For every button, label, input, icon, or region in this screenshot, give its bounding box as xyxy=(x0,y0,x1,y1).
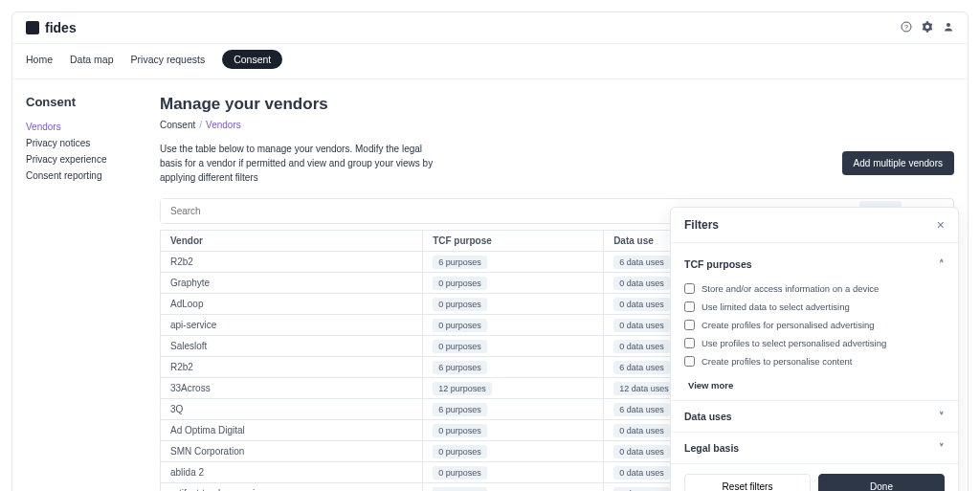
filter-checkbox[interactable] xyxy=(684,301,695,312)
user-icon[interactable] xyxy=(943,21,954,34)
breadcrumb: Consent/Vendors xyxy=(160,120,954,130)
filter-option-label: Store and/or access information on a dev… xyxy=(702,283,879,294)
chevron-down-icon: ˅ xyxy=(939,442,945,454)
cell-vendor: Salesloft xyxy=(161,336,423,357)
nav-home[interactable]: Home xyxy=(26,54,53,65)
brand-text: fides xyxy=(45,20,77,35)
cell-vendor: ablida 2 xyxy=(161,462,423,483)
tcf-heading-label: TCF purposes xyxy=(684,258,752,270)
cell-tcf: 0 purposes xyxy=(423,273,604,294)
legal-basis-label: Legal basis xyxy=(684,442,739,454)
crumb-leaf[interactable]: Vendors xyxy=(206,120,241,130)
filter-checkbox[interactable] xyxy=(684,283,695,294)
cell-tcf: 6 purposes xyxy=(423,357,604,378)
filters-section-data-uses: Data uses ˅ xyxy=(671,400,958,432)
cell-tcf: 0 purposes xyxy=(423,420,604,441)
gear-icon[interactable] xyxy=(922,21,933,34)
filter-option[interactable]: Use profiles to select personalised adve… xyxy=(684,334,945,352)
filters-panel: Filters × TCF purposes ˄ Store and/or ac… xyxy=(670,207,959,491)
data-uses-label: Data uses xyxy=(684,411,732,422)
navbar: Home Data map Privacy requests Consent xyxy=(12,44,968,79)
filter-option-label: Create profiles for personalised adverti… xyxy=(702,320,875,330)
sidebar-item-consent-reporting[interactable]: Consent reporting xyxy=(26,167,131,184)
cell-tcf: 0 purposes xyxy=(423,336,604,357)
cell-tcf: 0 purposes xyxy=(423,294,604,315)
topbar-actions: ? xyxy=(901,21,954,34)
cell-vendor: Ad Optima Digital xyxy=(161,420,423,441)
cell-tcf: 6 purposes xyxy=(423,252,604,273)
cell-vendor: Graphyte xyxy=(161,273,423,294)
legal-basis-toggle[interactable]: Legal basis ˅ xyxy=(684,442,945,454)
sidebar-item-vendors[interactable]: Vendors xyxy=(26,119,131,135)
col-tcf[interactable]: TCF purpose xyxy=(423,231,604,252)
sidebar: Consent Vendors Privacy notices Privacy … xyxy=(26,95,131,491)
filter-option-label: Use limited data to select advertising xyxy=(702,301,850,312)
filter-option[interactable]: Create profiles to personalise content xyxy=(684,352,945,370)
cell-vendor: artifact-tracker-service xyxy=(161,483,423,492)
filter-option[interactable]: Create profiles for personalised adverti… xyxy=(684,316,945,334)
tcf-purposes-toggle[interactable]: TCF purposes ˄ xyxy=(684,253,945,276)
svg-text:?: ? xyxy=(904,24,908,31)
page-title: Manage your vendors xyxy=(160,95,954,114)
close-icon[interactable]: × xyxy=(937,217,945,233)
cell-tcf: 6 purposes xyxy=(423,399,604,420)
cell-vendor: R2b2 xyxy=(161,252,423,273)
cell-tcf: 12 purposes xyxy=(423,378,604,399)
topbar: fides ? xyxy=(12,12,968,44)
cell-vendor: api-service xyxy=(161,315,423,336)
description-row: Use the table below to manage your vendo… xyxy=(160,142,954,185)
page-description: Use the table below to manage your vendo… xyxy=(160,142,447,185)
svg-point-2 xyxy=(947,23,950,27)
cell-vendor: 3Q xyxy=(161,399,423,420)
cell-tcf: 0 purposes xyxy=(423,315,604,336)
add-vendors-button[interactable]: Add multiple vendors xyxy=(842,151,954,175)
nav-consent[interactable]: Consent xyxy=(222,50,282,69)
cell-vendor: 33Across xyxy=(161,378,423,399)
filter-checkbox[interactable] xyxy=(684,320,695,330)
crumb-root[interactable]: Consent xyxy=(160,120,195,130)
sidebar-title: Consent xyxy=(26,95,131,109)
nav-privacy-requests[interactable]: Privacy requests xyxy=(131,54,206,65)
filters-title: Filters xyxy=(684,218,719,232)
filters-header: Filters × xyxy=(671,208,958,243)
filters-footer: Reset filters Done xyxy=(671,463,958,491)
cell-vendor: SMN Corporation xyxy=(161,441,423,462)
reset-filters-button[interactable]: Reset filters xyxy=(684,474,811,491)
done-button[interactable]: Done xyxy=(818,474,945,491)
cell-vendor: AdLoop xyxy=(161,294,423,315)
filter-option-label: Use profiles to select personalised adve… xyxy=(702,338,886,348)
cell-tcf: 0 purposes xyxy=(423,441,604,462)
filter-option[interactable]: Use limited data to select advertising xyxy=(684,298,945,316)
col-vendor[interactable]: Vendor xyxy=(161,231,423,252)
brand-logo-icon xyxy=(26,21,39,34)
filter-checkbox[interactable] xyxy=(684,356,695,367)
chevron-down-icon: ˅ xyxy=(939,411,945,422)
filter-option-label: Create profiles to personalise content xyxy=(702,356,852,367)
help-icon[interactable]: ? xyxy=(901,21,912,34)
nav-datamap[interactable]: Data map xyxy=(70,54,114,65)
chevron-up-icon: ˄ xyxy=(939,258,945,270)
filters-section-tcf: TCF purposes ˄ Store and/or access infor… xyxy=(671,243,958,400)
cell-vendor: R2b2 xyxy=(161,357,423,378)
cell-tcf: 0 purposes xyxy=(423,462,604,483)
data-uses-toggle[interactable]: Data uses ˅ xyxy=(684,411,945,422)
sidebar-item-privacy-notices[interactable]: Privacy notices xyxy=(26,135,131,151)
view-more-button[interactable]: View more xyxy=(684,374,945,400)
filter-option[interactable]: Store and/or access information on a dev… xyxy=(684,279,945,298)
filters-section-legal-basis: Legal basis ˅ xyxy=(671,432,958,463)
cell-tcf: 0 purposes xyxy=(423,483,604,492)
sidebar-item-privacy-experience[interactable]: Privacy experience xyxy=(26,151,131,167)
brand: fides xyxy=(26,20,77,35)
filter-checkbox[interactable] xyxy=(684,338,695,348)
